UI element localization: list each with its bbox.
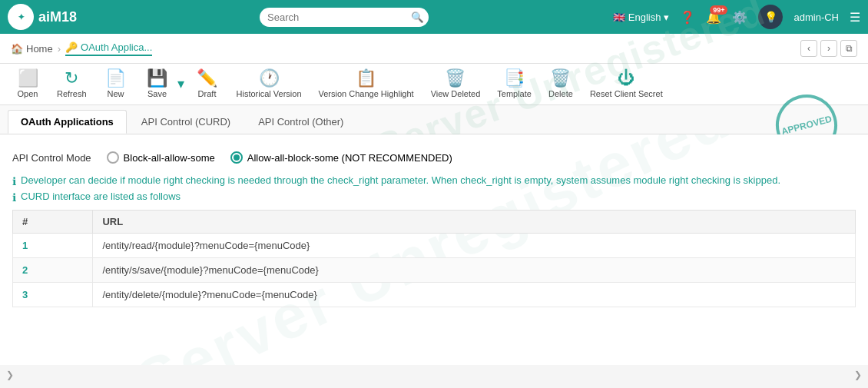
radio-label-1: Block-all-allow-some — [124, 152, 215, 164]
info-text-1: Developer can decide if module right che… — [21, 174, 780, 186]
draft-button[interactable]: ✏️ Draft — [187, 67, 227, 101]
row-url: /entity/delete/{module}?menuCode={menuCo… — [93, 283, 856, 307]
row-num: 1 — [13, 234, 93, 258]
breadcrumb-home-label: Home — [26, 43, 53, 55]
language-label: English — [628, 12, 661, 23]
reset-label: Reset Client Secret — [590, 89, 663, 98]
app-name: aiM18 — [38, 9, 77, 25]
tab-oauth-applications[interactable]: OAuth Applications — [8, 110, 127, 134]
tab-api-curd[interactable]: API Control (CURD) — [128, 110, 244, 134]
notification-badge: 99+ — [710, 5, 727, 15]
avatar-icon: 💡 — [764, 11, 777, 23]
tab-bar: OAuth Applications API Control (CURD) AP… — [0, 105, 868, 134]
save-icon: 💾 — [147, 70, 167, 87]
version-highlight-label: Version Change Highlight — [319, 89, 414, 98]
breadcrumb-separator: › — [58, 43, 61, 55]
toolbar: ⬜ Open ↻ Refresh 📄 New 💾 Save ▾ ✏️ Draft… — [0, 64, 868, 105]
reset-client-secret-button[interactable]: ⏻ Reset Client Secret — [582, 67, 671, 101]
breadcrumb-home[interactable]: 🏠 Home — [11, 43, 53, 55]
lang-dropdown-icon: ▾ — [664, 12, 669, 23]
top-navigation: ✦ aiM18 🔍 🇬🇧 English ▾ ❓ 🔔 99+ ⚙️ 💡 admi… — [0, 0, 868, 34]
historical-label: Historical Version — [237, 89, 302, 98]
info-block: ℹ Developer can decide if module right c… — [12, 174, 856, 204]
info-line-1: ℹ Developer can decide if module right c… — [12, 174, 856, 187]
admin-name: admin-CH — [793, 12, 839, 23]
api-mode-label: API Control Mode — [12, 152, 91, 164]
table-row: 3 /entity/delete/{module}?menuCode={menu… — [13, 283, 856, 307]
version-highlight-icon: 📋 — [356, 70, 376, 87]
delete-label: Delete — [548, 89, 573, 98]
historical-icon: 🕐 — [259, 70, 280, 87]
template-button[interactable]: 📑 Template — [489, 67, 539, 101]
info-icon-1: ℹ — [12, 175, 16, 187]
notification-wrapper: 🔔 99+ — [706, 10, 721, 25]
delete-button[interactable]: 🗑️ Delete — [541, 67, 581, 101]
search-input[interactable] — [260, 8, 429, 27]
col-header-num: # — [13, 211, 93, 234]
language-selector[interactable]: 🇬🇧 English ▾ — [613, 12, 670, 23]
tab-curd-label: API Control (CURD) — [141, 116, 230, 128]
open-label: Open — [18, 89, 38, 98]
info-line-2: ℹ CURD interface are listed as follows — [12, 191, 856, 204]
refresh-icon: ↻ — [65, 70, 78, 87]
radio-allow-all[interactable]: Allow-all-block-some (NOT RECOMMENDED) — [230, 151, 452, 164]
template-icon: 📑 — [504, 70, 525, 87]
api-mode-row: API Control Mode Block-all-allow-some Al… — [12, 145, 856, 174]
table-row: 1 /entity/read/{module}?menuCode={menuCo… — [13, 234, 856, 258]
radio-circle-2 — [230, 151, 243, 164]
historical-version-button[interactable]: 🕐 Historical Version — [229, 67, 310, 101]
tab-api-other[interactable]: API Control (Other) — [245, 110, 356, 134]
radio-label-2: Allow-all-block-some (NOT RECOMMENDED) — [247, 152, 452, 164]
tab-oauth-label: OAuth Applications — [21, 116, 114, 128]
avatar: 💡 — [758, 5, 783, 29]
open-icon: ⬜ — [18, 70, 38, 87]
radio-block-all[interactable]: Block-all-allow-some — [107, 151, 215, 164]
breadcrumb-oauth-label: OAuth Applica... — [81, 41, 152, 53]
radio-dot-2 — [234, 154, 240, 161]
save-label: Save — [147, 89, 167, 98]
breadcrumb-next[interactable]: › — [820, 40, 837, 57]
content-area: Server Unregistered API Control Mode Blo… — [0, 134, 868, 365]
save-group: 💾 Save ▾ — [137, 67, 186, 101]
draft-icon: ✏️ — [197, 70, 217, 87]
info-icon-2: ℹ — [12, 191, 16, 204]
new-label: New — [108, 89, 124, 98]
logo-area: ✦ aiM18 — [8, 4, 131, 30]
breadcrumb-layers[interactable]: ⧉ — [840, 40, 857, 57]
new-button[interactable]: 📄 New — [96, 67, 136, 101]
search-button[interactable]: 🔍 — [411, 12, 424, 23]
flag-icon: 🇬🇧 — [613, 12, 625, 23]
logo-icon: ✦ — [8, 4, 34, 30]
save-dropdown-arrow[interactable]: ▾ — [177, 72, 186, 101]
view-deleted-label: View Deleted — [431, 89, 481, 98]
new-icon: 📄 — [105, 70, 126, 87]
col-header-url: URL — [93, 211, 856, 234]
template-label: Template — [497, 89, 532, 98]
info-text-2: CURD interface are listed as follows — [21, 191, 181, 202]
row-num: 3 — [13, 283, 93, 307]
save-button[interactable]: 💾 Save — [137, 67, 177, 101]
curd-table: # URL 1 /entity/read/{module}?menuCode={… — [12, 210, 856, 307]
view-deleted-icon: 🗑️ — [445, 70, 465, 87]
view-deleted-button[interactable]: 🗑️ View Deleted — [423, 67, 489, 101]
refresh-button[interactable]: ↻ Refresh — [49, 67, 94, 101]
breadcrumb-prev[interactable]: ‹ — [800, 40, 817, 57]
radio-circle-1 — [107, 151, 119, 164]
table-row: 2 /entity/s/save/{module}?menuCode={menu… — [13, 258, 856, 283]
reset-icon: ⏻ — [618, 70, 634, 87]
breadcrumb-oauth[interactable]: 🔑 OAuth Applica... — [65, 41, 152, 56]
draft-label: Draft — [198, 89, 217, 98]
open-button[interactable]: ⬜ Open — [8, 67, 48, 101]
tab-other-label: API Control (Other) — [258, 116, 343, 128]
hamburger-menu[interactable]: ☰ — [850, 10, 860, 25]
row-url: /entity/read/{module}?menuCode={menuCode… — [93, 234, 856, 258]
refresh-label: Refresh — [57, 89, 87, 98]
oauth-icon: 🔑 — [65, 41, 78, 53]
row-num: 2 — [13, 258, 93, 283]
help-button[interactable]: ❓ — [680, 10, 695, 25]
delete-icon: 🗑️ — [550, 70, 571, 87]
version-highlight-button[interactable]: 📋 Version Change Highlight — [311, 67, 422, 101]
breadcrumb: 🏠 Home › 🔑 OAuth Applica... ‹ › ⧉ — [0, 34, 868, 64]
table-header-row: # URL — [13, 211, 856, 234]
settings-button[interactable]: ⚙️ — [732, 10, 747, 25]
